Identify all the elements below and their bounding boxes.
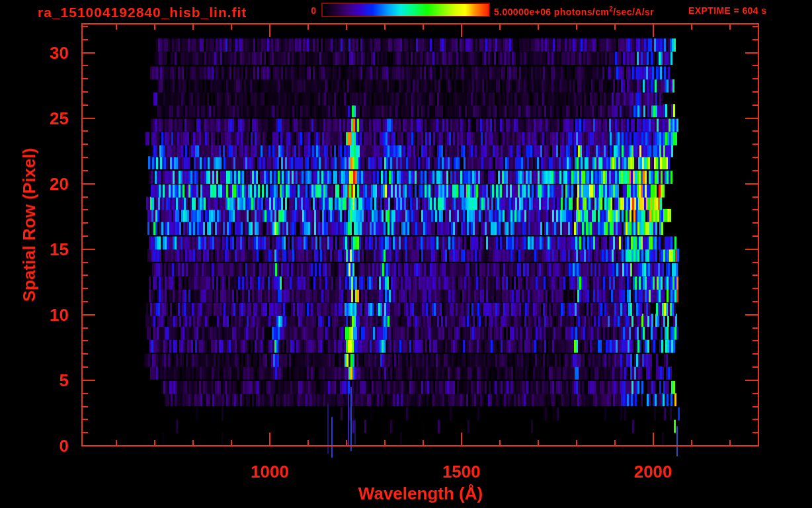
y-tick-label: 0 [26,437,69,454]
y-tick-label: 5 [26,372,69,389]
spectrogram-canvas [0,0,812,508]
x-axis-title: Wavelength (Å) [358,485,483,502]
colorbar-max-value: 5.00000e+06 [494,7,551,17]
y-tick-label: 10 [26,306,69,323]
y-tick-label: 20 [26,175,69,192]
y-tick-label: 15 [26,241,69,258]
colorbar-units-suffix: /sec/A/sr [613,7,654,17]
x-tick-label: 1000 [251,463,289,480]
y-axis-title: Spatial Row (Pixel) [20,148,38,302]
exptime-label: EXPTIME = 604 s [688,6,766,15]
colorbar [321,3,490,17]
x-tick-label: 2000 [634,463,672,480]
spectrogram-window: ra_151004192840_hisb_lin.fit 0 5.00000e+… [0,0,812,508]
y-tick-label: 25 [26,110,69,127]
colorbar-max-label: 5.00000e+06 photons/cm2/sec/A/sr [494,6,654,17]
y-tick-label: 30 [26,44,69,62]
x-tick-label: 1500 [442,463,481,480]
colorbar-min-label: 0 [295,6,316,15]
colorbar-units-prefix: photons/cm [551,7,610,17]
plot-title: ra_151004192840_hisb_lin.fit [38,5,247,19]
